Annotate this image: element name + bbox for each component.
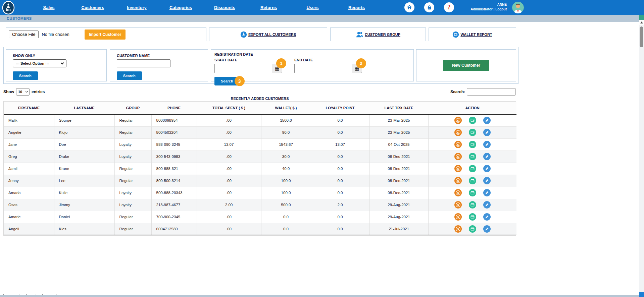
nav-item-customers[interactable]: Customers <box>71 0 115 15</box>
svg-text:$: $ <box>457 203 459 207</box>
customer-wallet-button[interactable] <box>469 165 476 172</box>
customer-transactions-button[interactable]: $ <box>454 117 462 124</box>
edit-customer-button[interactable] <box>483 129 491 136</box>
scrollbar-top-button[interactable] <box>639 15 644 20</box>
column-header-lastname[interactable]: LASTNAME <box>54 102 114 114</box>
home-icon <box>406 4 412 10</box>
customer-name-input[interactable] <box>117 59 170 67</box>
nav-item-reports[interactable]: Reports <box>335 0 379 15</box>
cell-phone: 700-900-2345 <box>151 211 197 223</box>
svg-text:$: $ <box>457 131 459 134</box>
edit-customer-button[interactable] <box>483 165 491 172</box>
wallet-report-link[interactable]: WALLET REPORT <box>452 31 492 38</box>
transactions-coin-icon: $ <box>454 213 462 221</box>
registration-date-label: REGISTRATION DATE <box>214 52 413 56</box>
customers-table-wrap: FIRSTNAME LASTNAME GROUP PHONE TOTAL SPE… <box>3 101 516 236</box>
show-only-select[interactable]: --- Select Option --- <box>13 59 66 67</box>
edit-customer-button[interactable] <box>483 153 491 160</box>
edit-customer-button[interactable] <box>483 117 491 124</box>
customer-wallet-button[interactable] <box>469 117 476 124</box>
nav-item-sales[interactable]: Sales <box>27 0 71 15</box>
edit-customer-button[interactable] <box>483 141 491 148</box>
edit-customer-button[interactable] <box>483 189 491 196</box>
import-customer-button[interactable]: Import Customer <box>85 29 126 40</box>
user-separator: | <box>494 7 495 11</box>
edit-pencil-icon <box>483 165 491 172</box>
table-row: Malik Sourge Regular 8000098954 .00 1500… <box>4 114 516 126</box>
customer-transactions-button[interactable]: $ <box>454 165 462 172</box>
customer-group-label: CUSTOMER GROUP <box>365 33 400 37</box>
column-header-wallet[interactable]: WALLET( $ ) <box>261 102 311 114</box>
column-header-last-trx-date[interactable]: LAST TRX DATE <box>369 102 428 114</box>
app-logo[interactable] <box>2 1 15 16</box>
customers-table-body: Malik Sourge Regular 8000098954 .00 1500… <box>4 114 516 235</box>
column-header-phone[interactable]: PHONE <box>151 102 197 114</box>
customer-transactions-button[interactable]: $ <box>454 201 462 209</box>
edit-customer-button[interactable] <box>483 225 491 233</box>
column-header-total-spent[interactable]: TOTAL SPENT ( $ ) <box>197 102 261 114</box>
edit-pencil-icon <box>483 213 491 221</box>
show-only-search-button[interactable]: Search <box>13 71 38 80</box>
end-date-input[interactable] <box>294 64 352 73</box>
export-all-customers-link[interactable]: EXPORT ALL CUSTOMERS <box>240 31 296 38</box>
horizontal-scrollbar-track[interactable] <box>0 295 639 297</box>
customer-transactions-button[interactable]: $ <box>454 141 462 148</box>
edit-customer-button[interactable] <box>483 213 491 221</box>
avatar[interactable] <box>512 2 524 13</box>
table-search-input[interactable] <box>467 88 516 96</box>
edit-customer-button[interactable] <box>483 201 491 209</box>
nav-item-inventory[interactable]: Inventory <box>115 0 159 15</box>
cell-group: Loyalty <box>114 199 151 211</box>
cell-total-spent: .00 <box>197 223 261 235</box>
edit-customer-button[interactable] <box>483 177 491 184</box>
customer-name-search-button[interactable]: Search <box>117 71 142 80</box>
cell-last-trx-date: 23-Mar-2025 <box>369 126 428 138</box>
customer-wallet-button[interactable] <box>469 153 476 160</box>
scrollbar-down-button[interactable] <box>639 292 644 297</box>
up-arrow-icon <box>640 21 643 23</box>
choose-file-button[interactable]: Choose File <box>9 31 39 38</box>
vertical-scrollbar[interactable] <box>639 15 644 297</box>
customer-transactions-button[interactable]: $ <box>454 177 462 184</box>
logout-link[interactable]: Logout <box>495 7 507 11</box>
nav-item-users[interactable]: Users <box>291 0 335 15</box>
cell-group: Loyalty <box>114 151 151 163</box>
cell-actions: $ <box>428 138 516 151</box>
customer-wallet-button[interactable] <box>469 189 476 196</box>
customer-transactions-button[interactable]: $ <box>454 225 462 233</box>
customer-wallet-button[interactable] <box>469 225 476 233</box>
column-header-firstname[interactable]: FIRSTNAME <box>4 102 54 114</box>
customer-transactions-button[interactable]: $ <box>454 129 462 136</box>
help-button[interactable]: ? <box>444 2 454 12</box>
cell-actions: $ <box>428 175 516 187</box>
customer-wallet-button[interactable] <box>469 141 476 148</box>
customer-wallet-button[interactable] <box>469 129 476 136</box>
home-button[interactable] <box>404 2 414 12</box>
cell-actions: $ <box>428 163 516 175</box>
cell-group: Loyalty <box>114 138 151 151</box>
customer-group-link[interactable]: CUSTOMER GROUP <box>356 31 400 38</box>
customer-wallet-button[interactable] <box>469 213 476 221</box>
column-header-group[interactable]: GROUP <box>114 102 151 114</box>
nav-item-categories[interactable]: Categories <box>159 0 203 15</box>
customer-transactions-button[interactable]: $ <box>454 189 462 196</box>
cell-loyalty-point: 13.07 <box>311 138 369 151</box>
customer-transactions-button[interactable]: $ <box>454 153 462 160</box>
cell-total-spent: .00 <box>197 175 261 187</box>
entries-per-page-value: 10 <box>18 90 22 94</box>
nav-item-returns[interactable]: Returns <box>247 0 291 15</box>
nav-item-discounts[interactable]: Discounts <box>203 0 247 15</box>
scrollbar-thumb[interactable] <box>640 26 643 47</box>
lock-button[interactable] <box>424 2 434 12</box>
customer-transactions-button[interactable]: $ <box>454 213 462 221</box>
cell-lastname: Krane <box>54 163 114 175</box>
wallet-icon <box>469 201 476 209</box>
new-customer-button[interactable]: New Customer <box>443 60 489 71</box>
customer-wallet-button[interactable] <box>469 177 476 184</box>
start-date-input[interactable] <box>214 64 272 73</box>
customer-wallet-button[interactable] <box>469 201 476 209</box>
entries-per-page-select[interactable]: 10 <box>16 88 30 96</box>
column-header-loyalty-point[interactable]: LOYALTY POINT <box>311 102 369 114</box>
import-customer-panel: Choose File No file chosen Import Custom… <box>6 27 206 41</box>
scrollbar-up-arrow[interactable] <box>639 20 644 25</box>
